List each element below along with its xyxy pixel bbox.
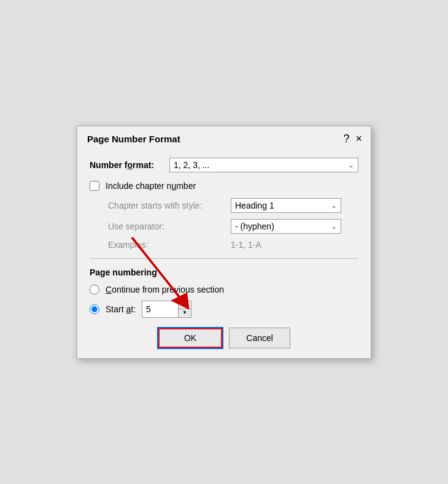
include-chapter-checkbox[interactable]: [90, 181, 99, 191]
title-bar: Page Number Format ? ×: [77, 126, 371, 150]
dialog-title: Page Number Format: [87, 134, 180, 144]
examples-value: 1-1, 1-A: [231, 240, 261, 250]
title-bar-controls: ? ×: [343, 133, 362, 145]
chapter-style-select[interactable]: Heading 1 ⌄: [231, 198, 341, 213]
include-chapter-row: Include chapter number: [90, 181, 358, 191]
page-numbering-heading: Page numbering: [90, 267, 358, 277]
chapter-style-label: Chapter starts with style:: [108, 201, 231, 210]
separator-chevron-icon: ⌄: [331, 222, 337, 231]
start-at-row: Start at: 5 ▲ ▼: [90, 301, 358, 318]
chapter-style-row: Chapter starts with style: Heading 1 ⌄: [108, 198, 358, 213]
button-row: OK Cancel: [90, 328, 358, 348]
continue-radio[interactable]: [90, 285, 99, 294]
continue-label: Continue from previous section: [106, 285, 224, 294]
chapter-section: Chapter starts with style: Heading 1 ⌄ U…: [108, 198, 358, 250]
spinner-up-button[interactable]: ▲: [179, 301, 191, 309]
dialog-body: Number format: 1, 2, 3, ... ⌄ Include ch…: [77, 150, 371, 358]
help-button[interactable]: ?: [343, 133, 349, 145]
number-format-chevron-icon: ⌄: [348, 161, 354, 169]
start-at-spinner: 5 ▲ ▼: [142, 301, 191, 318]
close-button[interactable]: ×: [355, 133, 362, 145]
continue-radio-row: Continue from previous section: [90, 285, 358, 294]
chapter-style-value: Heading 1: [235, 201, 274, 210]
ok-button[interactable]: OK: [158, 328, 223, 348]
number-format-value: 1, 2, 3, ...: [174, 160, 209, 170]
chapter-style-chevron-icon: ⌄: [331, 201, 337, 210]
start-at-input[interactable]: 5: [142, 301, 179, 318]
separator-row: Use separator: - (hyphen) ⌄: [108, 219, 358, 234]
examples-row: Examples: 1-1, 1-A: [108, 240, 358, 250]
separator-value: - (hyphen): [235, 221, 274, 231]
start-at-label: Start at:: [106, 304, 136, 314]
number-format-row: Number format: 1, 2, 3, ... ⌄: [90, 158, 358, 172]
start-at-radio[interactable]: [90, 304, 99, 314]
spinner-down-button[interactable]: ▼: [179, 309, 191, 317]
number-format-select[interactable]: 1, 2, 3, ... ⌄: [169, 158, 358, 172]
number-format-label: Number format:: [90, 160, 169, 170]
include-chapter-label: Include chapter number: [106, 181, 196, 191]
examples-label: Examples:: [108, 240, 231, 250]
separator-select[interactable]: - (hyphen) ⌄: [231, 219, 341, 234]
separator-label: Use separator:: [108, 221, 231, 231]
divider: [90, 258, 358, 259]
cancel-button[interactable]: Cancel: [229, 328, 290, 348]
page-numbering-section: Page numbering Continue from previous se…: [90, 267, 358, 318]
spinner-buttons: ▲ ▼: [179, 301, 191, 318]
